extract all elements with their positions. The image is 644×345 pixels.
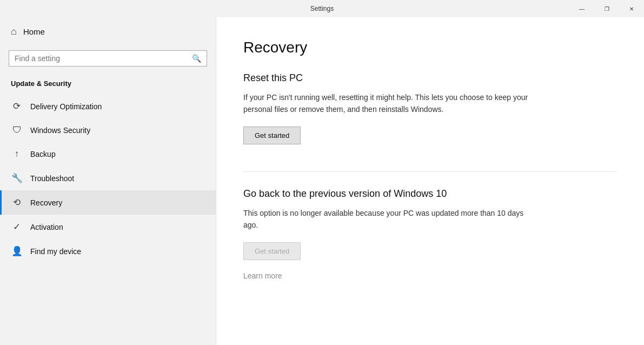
activation-label: Activation — [30, 223, 63, 231]
nav-item-windows-security[interactable]: 🛡 Windows Security — [0, 118, 216, 142]
page-title: Recovery — [243, 39, 617, 56]
find-my-device-icon: 👤 — [11, 246, 23, 257]
nav-item-delivery-optimization[interactable]: ⟳ Delivery Optimization — [0, 94, 216, 118]
home-icon: ⌂ — [11, 26, 17, 37]
active-indicator — [0, 190, 2, 215]
maximize-button[interactable]: ❐ — [594, 0, 619, 17]
section-label: Update & Security — [0, 75, 216, 94]
go-back-get-started-button: Get started — [243, 242, 301, 260]
go-back-section-title: Go back to the previous version of Windo… — [243, 188, 617, 200]
minimize-button[interactable]: — — [569, 0, 594, 17]
section-divider — [243, 171, 617, 172]
app-body: ⌂ Home 🔍 Update & Security ⟳ Delivery Op… — [0, 17, 644, 345]
main-content: Recovery Reset this PC If your PC isn't … — [216, 17, 644, 345]
search-icon: 🔍 — [192, 54, 201, 63]
home-label: Home — [23, 27, 45, 36]
sidebar: ⌂ Home 🔍 Update & Security ⟳ Delivery Op… — [0, 17, 216, 345]
activation-icon: ✓ — [11, 221, 23, 233]
delivery-optimization-icon: ⟳ — [11, 101, 23, 112]
delivery-optimization-label: Delivery Optimization — [30, 102, 102, 111]
nav-item-backup[interactable]: ↑ Backup — [0, 142, 216, 166]
troubleshoot-label: Troubleshoot — [30, 174, 74, 183]
nav-item-find-my-device[interactable]: 👤 Find my device — [0, 239, 216, 263]
recovery-label: Recovery — [30, 198, 62, 207]
windows-security-icon: 🛡 — [11, 125, 23, 136]
titlebar-controls: — ❐ ✕ — [569, 0, 644, 17]
backup-label: Backup — [30, 150, 56, 158]
search-box[interactable]: 🔍 — [9, 50, 207, 67]
nav-item-recovery[interactable]: ⟲ Recovery — [0, 190, 216, 215]
windows-security-label: Windows Security — [30, 126, 90, 135]
search-input[interactable] — [15, 54, 192, 63]
recovery-icon: ⟲ — [11, 197, 23, 208]
backup-icon: ↑ — [11, 149, 23, 160]
reset-get-started-button[interactable]: Get started — [243, 127, 301, 144]
reset-section-desc: If your PC isn't running well, resetting… — [243, 91, 535, 116]
find-my-device-label: Find my device — [30, 247, 81, 256]
sidebar-item-home[interactable]: ⌂ Home — [0, 17, 216, 46]
nav-item-troubleshoot[interactable]: 🔧 Troubleshoot — [0, 166, 216, 190]
go-back-section-desc: This option is no longer available becau… — [243, 207, 535, 231]
close-button[interactable]: ✕ — [619, 0, 644, 17]
nav-item-activation[interactable]: ✓ Activation — [0, 215, 216, 239]
titlebar: Settings — ❐ ✕ — [0, 0, 644, 17]
learn-more-link[interactable]: Learn more — [243, 271, 282, 280]
troubleshoot-icon: 🔧 — [11, 172, 23, 184]
titlebar-title: Settings — [310, 5, 334, 12]
reset-section-title: Reset this PC — [243, 72, 617, 84]
